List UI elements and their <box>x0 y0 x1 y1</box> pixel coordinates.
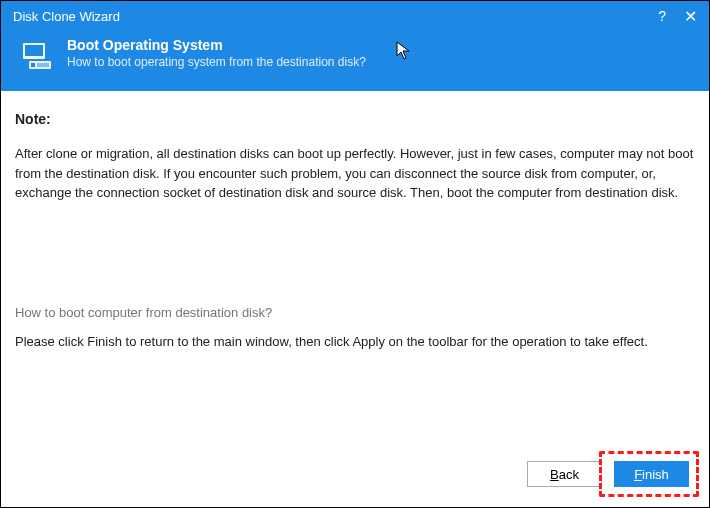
disk-icon <box>19 37 55 73</box>
instruction-text: Please click Finish to return to the mai… <box>15 332 695 352</box>
content-area: Note: After clone or migration, all dest… <box>1 91 709 352</box>
footer-buttons: Back Finish <box>527 461 689 487</box>
note-label: Note: <box>15 109 695 130</box>
svg-rect-4 <box>37 63 49 67</box>
titlebar: Disk Clone Wizard ? ✕ <box>1 1 709 31</box>
header-title: Boot Operating System <box>67 37 366 53</box>
finish-button[interactable]: Finish <box>614 461 689 487</box>
close-icon[interactable]: ✕ <box>684 7 697 26</box>
header-text: Boot Operating System How to boot operat… <box>67 37 366 69</box>
back-button[interactable]: Back <box>527 461 602 487</box>
svg-rect-1 <box>25 45 43 56</box>
header-subtitle: How to boot operating system from the de… <box>67 55 366 69</box>
header: Boot Operating System How to boot operat… <box>1 31 709 91</box>
help-icon[interactable]: ? <box>658 8 666 24</box>
window-title: Disk Clone Wizard <box>13 9 658 24</box>
note-body: After clone or migration, all destinatio… <box>15 144 695 203</box>
titlebar-controls: ? ✕ <box>658 7 697 26</box>
help-link[interactable]: How to boot computer from destination di… <box>15 303 695 323</box>
svg-rect-3 <box>31 63 35 67</box>
